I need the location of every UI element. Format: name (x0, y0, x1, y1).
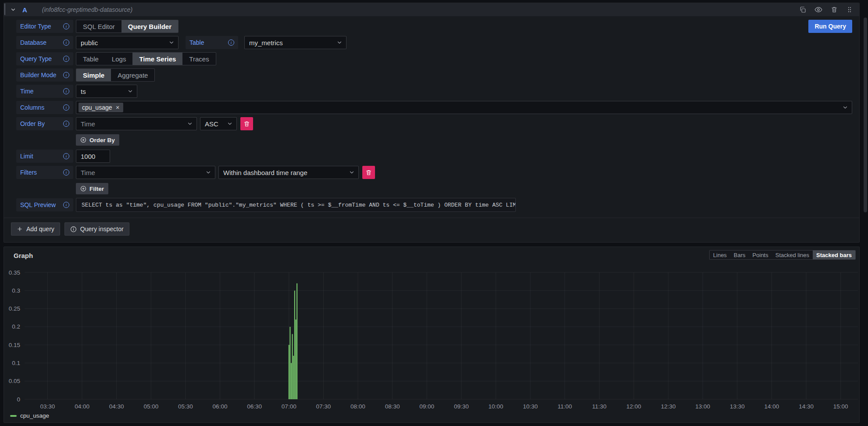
svg-text:10:30: 10:30 (523, 403, 538, 410)
limit-label: Limit i (16, 150, 73, 163)
filter-column-select[interactable]: Time (76, 166, 215, 179)
column-tag-cpu-usage: cpu_usage ✕ (79, 103, 123, 112)
svg-text:04:30: 04:30 (109, 403, 124, 410)
order-by-column-select[interactable]: Time (76, 117, 197, 130)
info-icon[interactable]: i (228, 39, 234, 46)
order-by-direction-select[interactable]: ASC (200, 117, 237, 130)
legend-swatch (10, 415, 17, 417)
chevron-down-icon (336, 39, 343, 46)
svg-text:0.3: 0.3 (12, 287, 20, 294)
editor-type-option-query-builder[interactable]: Query Builder (121, 20, 178, 32)
table-select-value: my_metrics (249, 39, 283, 47)
query-type-option-traces[interactable]: Traces (182, 53, 215, 65)
query-inspector-label: Query inspector (80, 226, 124, 233)
query-type-option-time-series[interactable]: Time Series (132, 53, 182, 65)
add-filter-button[interactable]: Filter (76, 183, 108, 194)
svg-text:14:30: 14:30 (799, 403, 814, 410)
add-query-button[interactable]: Add query (11, 222, 60, 236)
info-icon[interactable]: i (63, 23, 69, 29)
order-by-column-value: Time (81, 120, 95, 128)
svg-text:12:30: 12:30 (661, 403, 676, 410)
column-tag-text: cpu_usage (82, 104, 112, 111)
display-mode-lines[interactable]: Lines (710, 251, 730, 259)
query-row-header[interactable]: A (info8fcc-greptimedb-datasource) (4, 3, 859, 16)
datasource-name: (info8fcc-greptimedb-datasource) (42, 6, 132, 13)
plus-icon (17, 226, 23, 232)
info-icon[interactable]: i (63, 153, 69, 159)
time-column-select[interactable]: ts (76, 85, 137, 98)
hide-query-eye-icon[interactable] (814, 6, 822, 14)
panel-title: Graph (14, 252, 33, 259)
chevron-down-icon (187, 121, 193, 127)
builder-mode-option-simple[interactable]: Simple (76, 69, 111, 81)
svg-text:0.35: 0.35 (9, 269, 20, 276)
limit-input[interactable] (76, 150, 110, 163)
filter-operator-select[interactable]: Within dashboard time range (218, 166, 359, 179)
time-series-chart[interactable]: 00.050.10.150.20.250.30.3503:3004:0004:3… (4, 266, 859, 413)
display-mode-bars[interactable]: Bars (730, 251, 749, 259)
columns-multiselect[interactable]: cpu_usage ✕ (76, 101, 852, 114)
limit-label-text: Limit (20, 153, 33, 160)
remove-order-by-button[interactable] (240, 117, 253, 130)
legend-label: cpu_usage (20, 412, 49, 419)
info-icon[interactable]: i (63, 104, 69, 111)
svg-text:0.1: 0.1 (12, 360, 20, 366)
plus-circle-icon (80, 186, 86, 192)
order-by-direction-value: ASC (205, 120, 218, 128)
database-select[interactable]: public (76, 36, 179, 49)
info-icon[interactable]: i (63, 72, 69, 78)
sql-preview-box: SELECT ts as "time", cpu_usage FROM "pub… (76, 198, 516, 212)
graph-panel-header: Graph Lines Bars Points Stacked lines St… (4, 247, 859, 265)
legend-item-cpu-usage[interactable]: cpu_usage (10, 412, 49, 419)
run-query-button[interactable]: Run Query (808, 20, 852, 33)
query-type-option-table[interactable]: Table (76, 53, 105, 65)
info-icon[interactable]: i (63, 121, 69, 127)
field-row-add-order-by: Order By (16, 133, 852, 147)
field-row-order-by: Order By i Time ASC (16, 117, 852, 130)
field-row-add-filter: Filter (16, 182, 852, 195)
remove-filter-button[interactable] (362, 166, 375, 179)
editor-type-switch: SQL Editor Query Builder (76, 20, 179, 33)
info-icon[interactable]: i (63, 202, 69, 208)
drag-grip-icon[interactable] (846, 6, 853, 13)
query-type-option-logs[interactable]: Logs (105, 53, 133, 65)
delete-query-trash-icon[interactable] (831, 6, 838, 13)
table-select[interactable]: my_metrics (244, 36, 346, 49)
info-icon[interactable]: i (63, 169, 69, 175)
filters-label-text: Filters (20, 169, 37, 176)
display-mode-stacked-lines[interactable]: Stacked lines (772, 251, 813, 259)
filters-label: Filters i (16, 166, 73, 179)
svg-text:13:30: 13:30 (730, 403, 745, 410)
field-row-filters: Filters i Time Within dashboard time ran… (16, 166, 852, 179)
svg-text:0.05: 0.05 (9, 378, 20, 384)
remove-tag-icon[interactable]: ✕ (116, 105, 120, 110)
svg-text:07:00: 07:00 (282, 403, 296, 410)
duplicate-query-icon[interactable] (799, 6, 806, 13)
display-mode-points[interactable]: Points (749, 251, 772, 259)
chevron-down-icon (227, 121, 233, 127)
add-filter-label: Filter (89, 186, 104, 192)
scrollbar-thumb[interactable] (864, 18, 867, 212)
query-type-switch: Table Logs Time Series Traces (76, 52, 216, 65)
filter-column-value: Time (81, 169, 95, 176)
row-accent-indicator (4, 4, 5, 15)
builder-mode-option-aggregate[interactable]: Aggregate (111, 69, 154, 81)
time-label-text: Time (20, 88, 34, 95)
columns-label-text: Columns (20, 104, 44, 111)
svg-text:04:00: 04:00 (75, 403, 89, 410)
svg-text:05:00: 05:00 (143, 403, 158, 410)
info-icon[interactable]: i (63, 39, 69, 46)
svg-text:09:00: 09:00 (419, 403, 434, 410)
database-label-text: Database (20, 39, 46, 46)
editor-type-option-sql-editor[interactable]: SQL Editor (76, 20, 121, 32)
chevron-down-icon (127, 88, 133, 94)
display-mode-stacked-bars[interactable]: Stacked bars (813, 251, 855, 259)
svg-text:06:00: 06:00 (213, 403, 228, 410)
info-icon[interactable]: i (63, 88, 69, 94)
info-icon[interactable]: i (63, 56, 69, 62)
collapse-chevron-icon[interactable] (10, 7, 16, 13)
query-inspector-button[interactable]: Query inspector (64, 222, 129, 236)
add-order-by-label: Order By (89, 137, 115, 143)
add-order-by-button[interactable]: Order By (76, 134, 119, 146)
chevron-down-icon (349, 169, 355, 175)
